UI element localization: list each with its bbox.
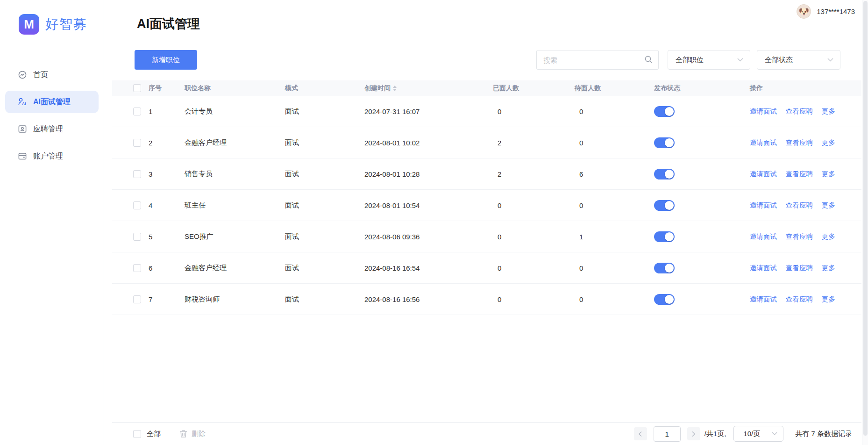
scrollbar-thumb[interactable] — [863, 1, 868, 436]
sidebar-menu: 首页 AI AI面试管理 — [0, 64, 104, 167]
select-all-label: 全部 — [147, 430, 161, 438]
more-link[interactable]: 更多 — [822, 138, 835, 147]
view-applications-link[interactable]: 查看应聘 — [786, 264, 813, 273]
invite-interview-link[interactable]: 邀请面试 — [750, 107, 777, 116]
publish-toggle[interactable] — [654, 231, 675, 242]
sidebar-item-applications[interactable]: 应聘管理 — [5, 118, 99, 140]
ai-interview-icon: AI — [18, 97, 27, 107]
col-index: 序号 — [149, 84, 185, 93]
select-all-checkbox[interactable] — [133, 84, 141, 92]
col-interviewed: 已面人数 — [493, 84, 575, 93]
home-icon — [18, 70, 27, 79]
prev-page-button[interactable] — [634, 427, 647, 440]
row-mode: 面试 — [285, 201, 364, 210]
table-row: 1 会计专员 面试 2024-07-31 16:07 0 0 邀请面试 查看应聘… — [112, 96, 861, 127]
application-icon — [18, 124, 27, 134]
brand-name: 好智募 — [45, 15, 87, 33]
row-interviewed-count: 2 — [493, 170, 575, 178]
row-index: 5 — [149, 233, 185, 241]
publish-toggle[interactable] — [654, 169, 675, 179]
position-filter-select[interactable]: 全部职位 — [668, 50, 750, 70]
page-size-select[interactable]: 10/页 — [733, 426, 783, 442]
row-checkbox[interactable] — [133, 295, 141, 303]
publish-toggle[interactable] — [654, 200, 675, 211]
row-pending-count: 0 — [575, 295, 654, 303]
invite-interview-link[interactable]: 邀请面试 — [750, 232, 777, 241]
row-index: 6 — [149, 264, 185, 272]
table-header-row: 序号 职位名称 模式 创建时间 已面人数 待面人数 发布状态 操作 — [112, 80, 861, 96]
row-position-name: 金融客户经理 — [185, 138, 285, 147]
page-size-value: 10/页 — [743, 430, 760, 438]
row-mode: 面试 — [285, 232, 364, 241]
more-link[interactable]: 更多 — [822, 170, 835, 179]
sidebar-item-label: 首页 — [33, 70, 48, 80]
publish-toggle[interactable] — [654, 263, 675, 273]
view-applications-link[interactable]: 查看应聘 — [786, 232, 813, 241]
footer-select-all-checkbox[interactable] — [133, 430, 141, 438]
search-input[interactable] — [536, 50, 659, 70]
more-link[interactable]: 更多 — [822, 295, 835, 304]
next-page-button[interactable] — [687, 427, 700, 440]
row-created-time: 2024-08-01 10:54 — [364, 201, 493, 209]
view-applications-link[interactable]: 查看应聘 — [786, 107, 813, 116]
row-index: 4 — [149, 201, 185, 209]
publish-toggle[interactable] — [654, 137, 675, 148]
row-interviewed-count: 0 — [493, 295, 575, 303]
svg-text:AI: AI — [22, 101, 26, 106]
invite-interview-link[interactable]: 邀请面试 — [750, 201, 777, 210]
row-checkbox[interactable] — [133, 108, 141, 115]
avatar[interactable]: 🐶 — [797, 4, 811, 19]
delete-button[interactable]: 删除 — [179, 430, 206, 438]
publish-toggle[interactable] — [654, 106, 675, 117]
status-filter-select[interactable]: 全部状态 — [757, 50, 840, 70]
col-publish-status: 发布状态 — [654, 84, 750, 93]
brand-logo-icon: M — [19, 14, 39, 35]
toggle-knob — [665, 138, 674, 147]
col-actions: 操作 — [750, 84, 861, 93]
search-icon[interactable] — [644, 55, 653, 64]
more-link[interactable]: 更多 — [822, 107, 835, 116]
sidebar-item-label: AI面试管理 — [33, 97, 71, 107]
sidebar-item-ai-interview[interactable]: AI AI面试管理 — [5, 91, 99, 113]
col-created-time-label: 创建时间 — [364, 84, 391, 93]
invite-interview-link[interactable]: 邀请面试 — [750, 170, 777, 179]
invite-interview-link[interactable]: 邀请面试 — [750, 295, 777, 304]
publish-toggle[interactable] — [654, 294, 675, 305]
page-scrollbar — [862, 0, 868, 445]
sidebar-item-label: 账户管理 — [33, 151, 63, 161]
view-applications-link[interactable]: 查看应聘 — [786, 201, 813, 210]
more-link[interactable]: 更多 — [822, 232, 835, 241]
view-applications-link[interactable]: 查看应聘 — [786, 170, 813, 179]
row-index: 7 — [149, 295, 185, 303]
table-row: 5 SEO推广 面试 2024-08-06 09:36 0 1 邀请面试 查看应… — [112, 221, 861, 252]
user-chip: 🐶 137****1473 — [797, 4, 855, 19]
view-applications-link[interactable]: 查看应聘 — [786, 295, 813, 304]
row-position-name: SEO推广 — [185, 232, 285, 241]
sort-icon[interactable] — [393, 86, 397, 91]
row-index: 3 — [149, 170, 185, 178]
more-link[interactable]: 更多 — [822, 264, 835, 273]
row-checkbox[interactable] — [133, 170, 141, 178]
add-position-button[interactable]: 新增职位 — [135, 50, 197, 70]
toggle-knob — [665, 232, 674, 241]
invite-interview-link[interactable]: 邀请面试 — [750, 264, 777, 273]
page-number-input[interactable] — [654, 426, 681, 442]
row-pending-count: 0 — [575, 201, 654, 209]
sidebar-item-account[interactable]: 账户管理 — [5, 145, 99, 167]
toolbar: 新增职位 全部职位 全部状态 — [112, 50, 861, 70]
sidebar-item-home[interactable]: 首页 — [5, 64, 99, 86]
row-created-time: 2024-08-01 10:28 — [364, 170, 493, 178]
row-index: 1 — [149, 108, 185, 115]
row-checkbox[interactable] — [133, 233, 141, 241]
more-link[interactable]: 更多 — [822, 201, 835, 210]
table-row: 2 金融客户经理 面试 2024-08-01 10:02 2 0 邀请面试 查看… — [112, 127, 861, 158]
row-checkbox[interactable] — [133, 139, 141, 147]
view-applications-link[interactable]: 查看应聘 — [786, 138, 813, 147]
invite-interview-link[interactable]: 邀请面试 — [750, 138, 777, 147]
row-checkbox[interactable] — [133, 201, 141, 209]
row-created-time: 2024-08-16 16:54 — [364, 264, 493, 272]
row-mode: 面试 — [285, 138, 364, 147]
row-position-name: 金融客户经理 — [185, 264, 285, 273]
brand-logo[interactable]: M 好智募 — [0, 0, 104, 35]
row-checkbox[interactable] — [133, 264, 141, 272]
